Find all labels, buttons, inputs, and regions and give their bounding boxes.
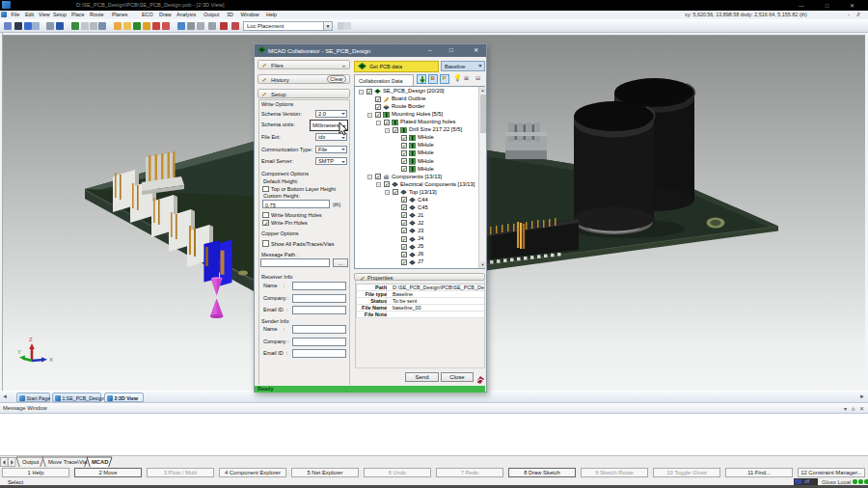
svg-text:Z: Z (29, 337, 33, 342)
svg-text:Y: Y (17, 349, 21, 355)
svg-text:X: X (49, 357, 53, 363)
